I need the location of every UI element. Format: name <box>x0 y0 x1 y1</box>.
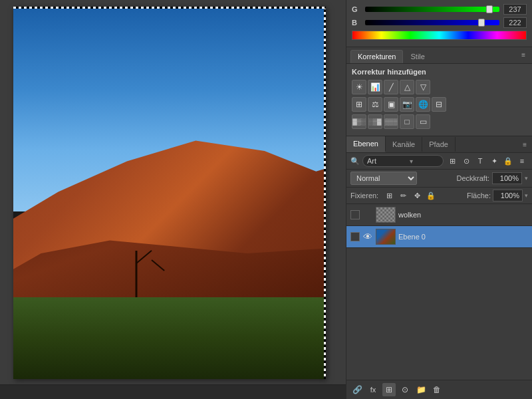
triangle-up-icon-btn[interactable]: △ <box>400 80 414 94</box>
layer-icon6[interactable]: ≡ <box>516 155 528 167</box>
g-label: G <box>352 5 361 13</box>
icon-grid-2: ⊞ ⚖ ▣ 📷 🌐 ⊟ <box>352 97 527 112</box>
tab-pfade[interactable]: Pfade <box>422 137 456 152</box>
fx-icon[interactable]: fx <box>366 383 380 396</box>
color-spectrum <box>352 31 527 40</box>
layer-item-ebene0[interactable]: 👁 Ebene 0 <box>346 226 532 248</box>
g-slider-row: G <box>352 4 527 15</box>
mask-icon[interactable]: ⊙ <box>398 383 412 396</box>
g-value-input[interactable] <box>503 4 527 15</box>
layer-item-wolken[interactable]: 👁 wolken <box>346 204 532 226</box>
levels-icon-btn[interactable]: 📊 <box>368 80 382 94</box>
color-section: G B <box>346 0 532 47</box>
tab-ebenen[interactable]: Ebenen <box>346 136 386 152</box>
layer-thumb-ebene0 <box>376 229 396 245</box>
globe-icon-btn[interactable]: 🌐 <box>416 97 430 112</box>
icon-grid-3: ▓▒░ ░▒▓ ▒▒▒ □ ▭ <box>352 114 527 129</box>
layer-search-input[interactable] <box>367 157 407 165</box>
icon-grid-1: ☀ 📊 ╱ △ ▽ <box>352 80 527 94</box>
b-slider-thumb[interactable] <box>478 19 485 27</box>
ebenen-kanale-tabs: Ebenen Kanäle Pfade ≡ <box>346 136 532 153</box>
layer-checkbox-ebene0[interactable] <box>350 232 360 241</box>
b-slider-row: B <box>352 17 527 28</box>
trash-icon[interactable]: 🗑 <box>430 383 444 396</box>
rect2-icon-btn[interactable]: ▭ <box>416 114 430 129</box>
b-label: B <box>352 19 361 27</box>
brightness-icon-btn[interactable]: ☀ <box>352 80 366 94</box>
layer-toolbar-icons: ⊞ ⊙ T ✦ 🔒 ≡ <box>446 155 528 167</box>
table-icon-btn[interactable]: ⊟ <box>432 97 446 112</box>
square-icon-btn[interactable]: ▣ <box>384 97 398 112</box>
g-slider-track[interactable] <box>365 7 499 12</box>
selection-border-top <box>13 7 326 9</box>
blend-mode-row: Normal Auflösen Abdunkeln Deckkraft: ▾ <box>346 170 532 188</box>
panel-menu-button[interactable]: ≡ <box>519 50 528 63</box>
b-value-input[interactable] <box>503 17 527 28</box>
gradient3-icon-btn[interactable]: ▒▒▒ <box>384 114 398 129</box>
tree-trunk <box>135 251 137 297</box>
layer-icon5[interactable]: 🔒 <box>502 155 514 167</box>
gradient1-icon-btn[interactable]: ▓▒░ <box>352 114 366 129</box>
scale-icon-btn[interactable]: ⚖ <box>368 97 382 112</box>
layer-icon4[interactable]: ✦ <box>488 155 500 167</box>
b-slider-track[interactable] <box>365 20 499 25</box>
canvas-area <box>0 0 346 399</box>
new-layer-icon[interactable]: ⊞ <box>382 383 396 396</box>
rect-icon-btn[interactable]: □ <box>400 114 414 129</box>
curves-icon-btn[interactable]: ╱ <box>384 80 398 94</box>
flache-label: Fläche: <box>467 192 491 200</box>
camera-icon-btn[interactable]: 📷 <box>400 97 414 112</box>
link-icon[interactable]: 🔗 <box>350 383 364 396</box>
fix-icon4[interactable]: 🔒 <box>425 190 437 201</box>
tab-korrekturen[interactable]: Korrekturen <box>350 50 403 63</box>
fix-icon3[interactable]: ✥ <box>411 190 423 201</box>
opacity-label: Deckkraft: <box>456 174 489 182</box>
canvas-wrapper <box>13 7 326 379</box>
tab-stile[interactable]: Stile <box>403 50 432 63</box>
folder-icon[interactable]: 📁 <box>414 383 428 396</box>
fix-icon2[interactable]: ✏ <box>397 190 409 201</box>
layer-icon3[interactable]: T <box>474 155 486 167</box>
layers-list: 👁 wolken 👁 Ebene 0 <box>346 204 532 380</box>
triangle-down-icon-btn[interactable]: ▽ <box>416 80 430 94</box>
layers-search-toolbar: 🔍 ▾ ⊞ ⊙ T ✦ 🔒 ≡ <box>346 153 532 170</box>
layer-icon2[interactable]: ⊙ <box>460 155 472 167</box>
right-panel: G B Korrekturen Stile ≡ Korrektu <box>346 0 532 399</box>
fixieren-row: Fixieren: ⊞ ✏ ✥ 🔒 Fläche: ▾ <box>346 188 532 204</box>
gradient2-icon-btn[interactable]: ░▒▓ <box>368 114 382 129</box>
layer-icon1[interactable]: ⊞ <box>446 155 458 167</box>
korrekturen-stile-tabs: Korrekturen Stile ≡ <box>346 47 532 64</box>
g-slider-thumb[interactable] <box>486 5 493 13</box>
fix-icon1[interactable]: ⊞ <box>383 190 395 201</box>
ground-layer <box>13 297 326 379</box>
ebenen-menu-button[interactable]: ≡ <box>517 138 532 151</box>
search-field[interactable]: ▾ <box>362 155 444 167</box>
layer-checkbox-wolken[interactable] <box>350 210 360 219</box>
layer-name-wolken: wolken <box>398 211 421 219</box>
opacity-input[interactable] <box>492 172 522 184</box>
fixieren-label: Fixieren: <box>350 192 378 200</box>
selection-border-right <box>324 7 326 379</box>
tab-kanale[interactable]: Kanäle <box>386 137 422 152</box>
blend-mode-select[interactable]: Normal Auflösen Abdunkeln <box>350 172 417 185</box>
layer-visibility-ebene0[interactable]: 👁 <box>362 231 373 242</box>
layer-thumb-wolken <box>376 207 396 223</box>
korrekturen-section: Korrektur hinzufügen ☀ 📊 ╱ △ ▽ ⊞ ⚖ ▣ 📷 🌐… <box>346 64 532 136</box>
grid-icon-btn[interactable]: ⊞ <box>352 97 366 112</box>
bottom-toolbar: 🔗 fx ⊞ ⊙ 📁 🗑 <box>346 380 532 399</box>
tree-branch1 <box>136 250 152 264</box>
search-dropdown-arrow[interactable]: ▾ <box>410 158 413 165</box>
tree-element <box>123 231 150 297</box>
layer-visibility-wolken[interactable]: 👁 <box>362 209 373 220</box>
flache-arrow[interactable]: ▾ <box>525 192 528 199</box>
layer-name-ebene0: Ebene 0 <box>398 233 426 241</box>
search-icon: 🔍 <box>350 157 360 166</box>
status-bar <box>0 384 346 399</box>
opacity-arrow[interactable]: ▾ <box>525 175 528 182</box>
korrekturen-title: Korrektur hinzufügen <box>352 68 527 76</box>
flache-input[interactable] <box>493 190 523 201</box>
canvas-image <box>13 7 326 379</box>
